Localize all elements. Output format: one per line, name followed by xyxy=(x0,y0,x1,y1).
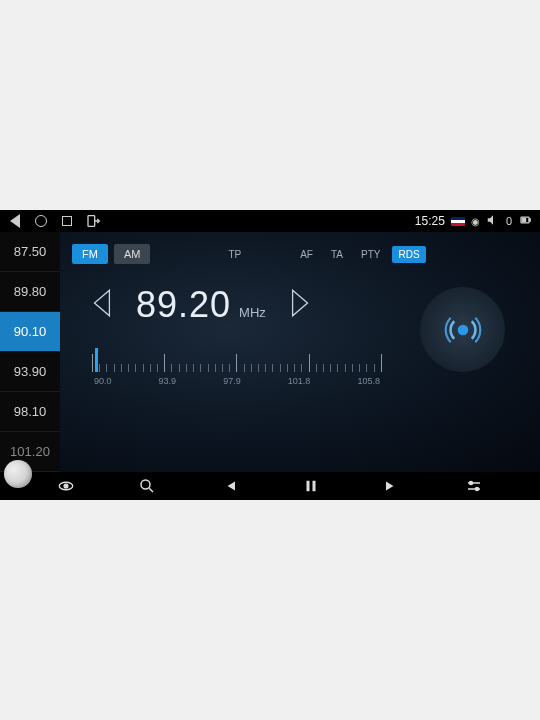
home-nav-icon[interactable] xyxy=(34,214,48,228)
dial-label: 101.8 xyxy=(288,376,311,386)
recents-nav-icon[interactable] xyxy=(60,214,74,228)
rds-toggle[interactable]: RDS xyxy=(392,246,425,263)
preset-4[interactable]: 93.90 xyxy=(0,352,60,392)
next-button[interactable] xyxy=(383,477,401,495)
search-button[interactable] xyxy=(138,477,156,495)
dial-label: 90.0 xyxy=(94,376,112,386)
preset-2[interactable]: 89.80 xyxy=(0,272,60,312)
dial-label: 93.9 xyxy=(159,376,177,386)
svg-point-4 xyxy=(457,324,468,335)
fm-band-button[interactable]: FM xyxy=(72,244,108,264)
battery-icon xyxy=(518,213,532,229)
dial-label: 105.8 xyxy=(357,376,380,386)
svg-point-11 xyxy=(476,488,479,491)
bottom-toolbar xyxy=(0,472,540,500)
pty-toggle[interactable]: PTY xyxy=(355,246,386,263)
pause-button[interactable] xyxy=(302,477,320,495)
volume-level: 0 xyxy=(506,215,512,227)
preset-5[interactable]: 98.10 xyxy=(0,392,60,432)
frequency-dial[interactable]: 90.0 93.9 97.9 101.8 105.8 xyxy=(92,344,382,394)
dial-label: 97.9 xyxy=(223,376,241,386)
clock: 15:25 xyxy=(415,214,445,228)
assistive-touch-button[interactable] xyxy=(4,460,32,488)
svg-rect-2 xyxy=(529,219,530,221)
frequency-value: 89.20 xyxy=(136,284,231,326)
station-logo-button[interactable] xyxy=(420,287,505,372)
am-band-button[interactable]: AM xyxy=(114,244,151,264)
svg-rect-8 xyxy=(306,481,309,492)
locale-flag-icon xyxy=(451,217,465,226)
radio-head-unit: 15:25 ◉ 0 87.50 89.80 90.10 93.90 98.10 … xyxy=(0,210,540,500)
tp-toggle[interactable]: TP xyxy=(222,246,247,263)
svg-rect-0 xyxy=(88,216,95,227)
ta-toggle[interactable]: TA xyxy=(325,246,349,263)
svg-point-7 xyxy=(141,480,150,489)
tuner-panel: FM AM TP AF TA PTY RDS 89.20 MHz xyxy=(60,232,540,472)
scan-button[interactable] xyxy=(57,477,75,495)
preset-3[interactable]: 90.10 xyxy=(0,312,60,352)
svg-point-10 xyxy=(470,482,473,485)
previous-button[interactable] xyxy=(220,477,238,495)
tune-up-button[interactable] xyxy=(286,287,312,323)
volume-icon[interactable] xyxy=(486,213,500,229)
location-icon: ◉ xyxy=(471,216,480,227)
frequency-display: 89.20 MHz xyxy=(136,284,266,326)
tune-down-button[interactable] xyxy=(90,287,116,323)
back-nav-icon[interactable] xyxy=(8,214,22,228)
frequency-unit: MHz xyxy=(239,305,266,320)
svg-point-6 xyxy=(64,484,68,488)
status-bar: 15:25 ◉ 0 xyxy=(0,210,540,232)
svg-rect-3 xyxy=(522,218,526,222)
exit-icon[interactable] xyxy=(86,213,102,229)
preset-list: 87.50 89.80 90.10 93.90 98.10 101.20 xyxy=(0,232,60,472)
af-toggle[interactable]: AF xyxy=(294,246,319,263)
svg-rect-9 xyxy=(312,481,315,492)
equalizer-button[interactable] xyxy=(465,477,483,495)
preset-1[interactable]: 87.50 xyxy=(0,232,60,272)
